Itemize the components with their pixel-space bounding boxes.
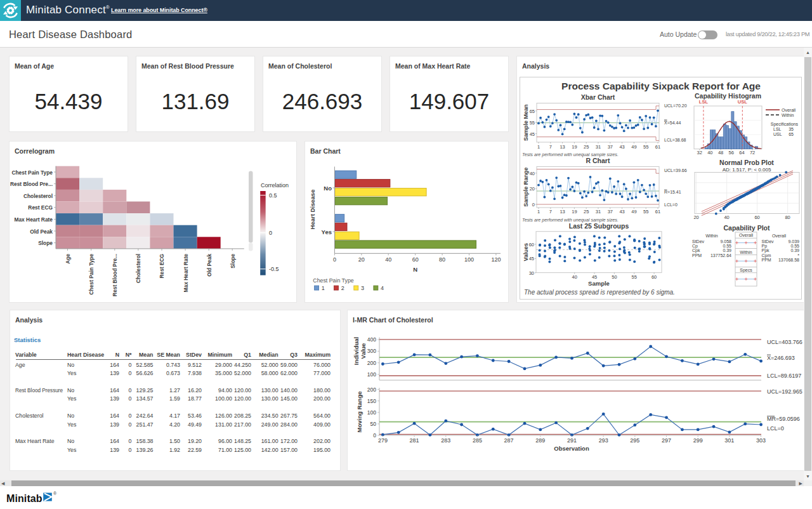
- svg-text:200: 200: [367, 387, 376, 393]
- svg-text:37: 37: [608, 144, 613, 150]
- svg-text:UCL=403.766: UCL=403.766: [767, 339, 802, 345]
- svg-text:45: 45: [529, 256, 534, 261]
- svg-text:13: 13: [560, 209, 565, 215]
- svg-text:50: 50: [370, 421, 377, 427]
- svg-text:Slope: Slope: [230, 254, 236, 268]
- svg-text:R=15.41: R=15.41: [664, 190, 681, 194]
- svg-text:Correlation: Correlation: [261, 182, 289, 188]
- svg-text:58.000: 58.000: [261, 370, 278, 376]
- svg-text:96.00: 96.00: [218, 438, 232, 444]
- svg-text:1: 1: [537, 144, 540, 150]
- svg-text:N*: N*: [126, 352, 132, 358]
- svg-text:200: 200: [367, 360, 376, 366]
- svg-text:25: 25: [584, 209, 589, 215]
- svg-text:62.000: 62.000: [280, 370, 298, 376]
- svg-text:202.00: 202.00: [313, 438, 331, 444]
- svg-text:PPM: PPM: [692, 253, 702, 258]
- svg-text:50: 50: [612, 274, 617, 280]
- svg-text:Observation: Observation: [554, 445, 589, 452]
- svg-text:301: 301: [724, 437, 734, 444]
- svg-text:No: No: [67, 362, 74, 368]
- svg-text:52.000: 52.000: [234, 370, 251, 376]
- svg-text:Capability Plot: Capability Plot: [724, 224, 770, 232]
- svg-text:0: 0: [333, 256, 336, 263]
- svg-text:*: *: [797, 253, 799, 258]
- svg-text:100: 100: [367, 409, 376, 416]
- svg-text:150: 150: [367, 398, 376, 404]
- svg-text:56: 56: [729, 150, 734, 155]
- svg-text:Cholesterol: Cholesterol: [15, 413, 44, 419]
- svg-text:0: 0: [129, 395, 132, 402]
- svg-text:208.25: 208.25: [234, 413, 251, 419]
- svg-text:60: 60: [529, 242, 534, 248]
- svg-text:UCL=192.965: UCL=192.965: [767, 388, 802, 395]
- svg-text:0.5: 0.5: [269, 192, 277, 199]
- svg-text:UCL=70.20: UCL=70.20: [664, 103, 687, 108]
- svg-text:120: 120: [491, 256, 501, 263]
- svg-text:Rest ECG: Rest ECG: [28, 204, 53, 211]
- svg-text:44.250: 44.250: [234, 362, 251, 368]
- svg-text:291: 291: [567, 437, 577, 444]
- svg-text:76.000: 76.000: [313, 362, 331, 368]
- svg-text:Rest Blood Pressure: Rest Blood Pressure: [15, 388, 63, 393]
- svg-text:80: 80: [439, 256, 445, 263]
- svg-text:No: No: [67, 387, 74, 393]
- svg-text:Minimum: Minimum: [207, 352, 232, 358]
- svg-text:139: 139: [110, 395, 119, 402]
- svg-text:55: 55: [643, 144, 648, 150]
- svg-text:49: 49: [631, 144, 636, 150]
- svg-text:MR=59.0596: MR=59.0596: [767, 416, 800, 422]
- svg-text:285: 285: [473, 437, 482, 444]
- svg-text:LSL: LSL: [699, 99, 709, 105]
- svg-text:100: 100: [464, 256, 474, 263]
- svg-text:LCL=38.68: LCL=38.68: [664, 138, 686, 142]
- svg-text:61: 61: [655, 144, 660, 150]
- svg-text:43: 43: [619, 144, 624, 150]
- svg-text:Sample Mean: Sample Mean: [523, 104, 529, 141]
- svg-text:161.00: 161.00: [261, 438, 278, 444]
- svg-text:61: 61: [655, 209, 660, 215]
- svg-text:Max Heart Rate: Max Heart Rate: [183, 254, 189, 293]
- svg-text:289: 289: [535, 437, 545, 444]
- svg-text:Median: Median: [259, 352, 278, 358]
- svg-text:145.00: 145.00: [280, 395, 298, 402]
- svg-text:0: 0: [129, 438, 132, 444]
- svg-text:Moving Range: Moving Range: [356, 392, 363, 433]
- svg-text:1.59: 1.59: [169, 395, 180, 402]
- svg-text:142.00: 142.00: [261, 447, 278, 453]
- svg-text:Rest Blood Pre...: Rest Blood Pre...: [10, 181, 53, 187]
- svg-text:64: 64: [739, 150, 744, 155]
- svg-text:1: 1: [537, 209, 540, 215]
- svg-text:USL: USL: [738, 99, 747, 105]
- svg-text:60: 60: [754, 215, 759, 220]
- svg-text:-0.5: -0.5: [269, 266, 279, 272]
- svg-text:129.25: 129.25: [136, 387, 154, 393]
- svg-text:Chest Pain Type: Chest Pain Type: [313, 277, 353, 284]
- svg-text:0.39: 0.39: [723, 248, 731, 253]
- svg-text:Within: Within: [705, 234, 718, 238]
- svg-text:172.00: 172.00: [280, 438, 298, 444]
- svg-text:242.64: 242.64: [136, 413, 154, 419]
- svg-text:Yes: Yes: [322, 228, 332, 235]
- svg-text:130.00: 130.00: [261, 387, 278, 393]
- svg-text:0: 0: [373, 432, 376, 439]
- svg-text:No: No: [324, 185, 332, 192]
- svg-text:30: 30: [529, 270, 534, 276]
- svg-text:65: 65: [530, 109, 535, 114]
- svg-text:0: 0: [532, 202, 535, 208]
- svg-text:3: 3: [361, 285, 364, 291]
- svg-text:13: 13: [560, 144, 565, 150]
- svg-text:0: 0: [129, 447, 132, 453]
- svg-text:35.000: 35.000: [215, 370, 232, 376]
- svg-text:40: 40: [385, 256, 391, 263]
- svg-text:LSL: LSL: [773, 127, 782, 131]
- svg-text:Q1: Q1: [244, 352, 251, 358]
- svg-text:53.46: 53.46: [188, 413, 202, 419]
- svg-text:267.75: 267.75: [280, 413, 298, 419]
- svg-text:N: N: [413, 266, 417, 273]
- svg-text:55: 55: [643, 209, 648, 215]
- svg-text:40: 40: [572, 274, 577, 280]
- svg-text:Values: Values: [523, 243, 529, 261]
- svg-text:Normal Prob Plot: Normal Prob Plot: [719, 159, 774, 166]
- svg-text:249.00: 249.00: [261, 421, 278, 428]
